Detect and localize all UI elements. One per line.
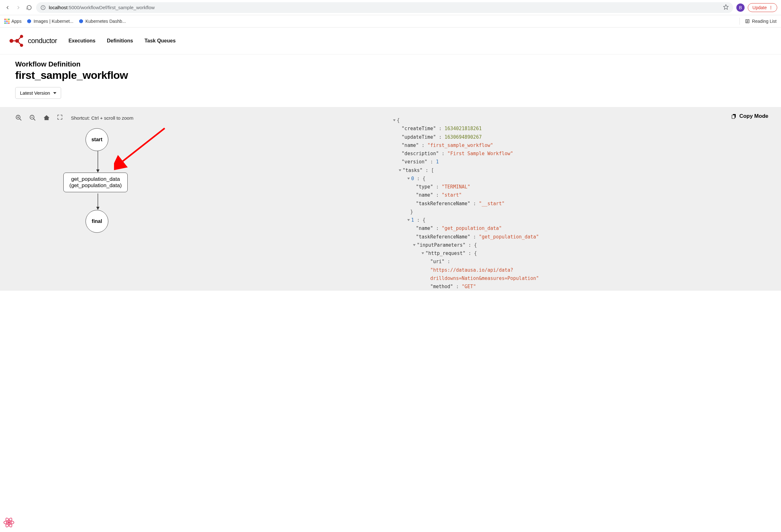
svg-line-25 <box>34 119 36 121</box>
json-value: start <box>445 192 459 198</box>
bookmark-images-kubernetes[interactable]: Images | Kubernet... <box>27 19 74 24</box>
json-value: GET <box>465 284 473 289</box>
back-button[interactable] <box>4 4 11 11</box>
copy-mode-label: Copy Mode <box>739 113 768 119</box>
update-button-label: Update <box>752 5 767 10</box>
svg-marker-7 <box>27 19 31 23</box>
page-header: Workflow Definition first_sample_workflo… <box>0 54 781 107</box>
json-value: 1 <box>436 159 439 165</box>
page-title: first_sample_workflow <box>15 69 766 81</box>
task-node[interactable]: get_population_data (get_population_data… <box>63 173 128 192</box>
shortcut-hint: Shortcut: Ctrl + scroll to zoom <box>71 115 133 121</box>
start-node-label: start <box>91 137 102 142</box>
final-node-label: final <box>92 218 102 224</box>
annotation-arrow <box>114 125 168 173</box>
json-value: get_population_data <box>445 226 499 231</box>
json-value: 1630694890267 <box>445 134 482 140</box>
svg-line-27 <box>120 128 165 163</box>
version-dropdown-label: Latest Version <box>20 90 50 96</box>
json-value: get_population_data <box>482 234 536 240</box>
json-tree[interactable]: { "createTime" : 1634021818261 "updateTi… <box>390 116 781 291</box>
apps-grid-icon <box>4 19 9 24</box>
forward-button[interactable] <box>14 4 22 11</box>
zoom-out-icon[interactable] <box>29 114 36 121</box>
bookmark-label: Images | Kubernet... <box>34 19 74 24</box>
svg-point-4 <box>771 6 771 6</box>
json-value: TERMINAL <box>445 184 467 190</box>
svg-rect-31 <box>732 115 735 118</box>
app-nav: conductor Executions Definitions Task Qu… <box>0 28 781 54</box>
svg-line-19 <box>17 41 22 45</box>
url-path: :5000/workflowDef/first_sample_workflow <box>68 5 155 10</box>
svg-marker-8 <box>79 19 83 23</box>
url-host: localhost <box>49 5 68 10</box>
kubernetes-icon <box>27 19 32 24</box>
task-node-sublabel: (get_population_data) <box>69 182 122 189</box>
json-value: 1634021818261 <box>445 126 482 131</box>
profile-avatar[interactable]: B <box>736 3 745 12</box>
copy-icon <box>731 113 737 119</box>
bookmark-apps[interactable]: Apps <box>4 19 22 24</box>
bookmark-star-icon[interactable] <box>723 4 729 11</box>
info-icon <box>41 5 46 10</box>
nav-definitions[interactable]: Definitions <box>107 38 133 44</box>
svg-point-2 <box>43 6 43 7</box>
bookmarks-bar: Apps Images | Kubernet... Kubernetes Das… <box>0 15 781 28</box>
svg-point-6 <box>771 8 771 9</box>
page-subtitle: Workflow Definition <box>15 60 766 69</box>
main-content: Shortcut: Ctrl + scroll to zoom start ge… <box>0 107 781 291</box>
json-value: first_sample_workflow <box>430 142 490 148</box>
home-icon[interactable] <box>43 114 50 121</box>
json-pane: Copy Mode { "createTime" : 1634021818261… <box>390 107 781 291</box>
diagram-pane: Shortcut: Ctrl + scroll to zoom start ge… <box>0 107 390 291</box>
zoom-in-icon[interactable] <box>15 114 22 121</box>
update-button[interactable]: Update <box>748 3 777 12</box>
final-node[interactable]: final <box>85 210 108 233</box>
json-value: First Sample Workflow <box>450 151 510 156</box>
nav-executions[interactable]: Executions <box>69 38 95 44</box>
fullscreen-icon[interactable] <box>57 114 64 121</box>
conductor-logo-icon <box>9 33 25 48</box>
bookmark-label: Apps <box>11 19 22 24</box>
workflow-diagram[interactable]: start get_population_data (get_populatio… <box>0 128 390 261</box>
nav-task-queues[interactable]: Task Queues <box>145 38 175 44</box>
svg-line-21 <box>19 119 22 121</box>
browser-toolbar: localhost:5000/workflowDef/first_sample_… <box>0 0 781 15</box>
edge <box>96 194 99 210</box>
svg-line-18 <box>17 36 22 41</box>
conductor-logo[interactable]: conductor <box>9 33 57 48</box>
json-value: __start <box>482 201 502 206</box>
task-node-label: get_population_data <box>69 176 122 182</box>
url-bar[interactable]: localhost:5000/workflowDef/first_sample_… <box>36 2 733 13</box>
edge <box>96 151 99 173</box>
copy-mode-toggle[interactable]: Copy Mode <box>731 113 768 119</box>
chevron-down-icon <box>53 92 56 94</box>
brand-text: conductor <box>28 37 57 45</box>
kebab-icon <box>769 5 773 10</box>
reading-list[interactable]: Reading List <box>745 19 777 24</box>
start-node[interactable]: start <box>85 128 108 151</box>
diagram-toolbar: Shortcut: Ctrl + scroll to zoom <box>0 107 390 128</box>
kubernetes-icon <box>79 19 84 24</box>
reading-list-icon <box>745 19 750 24</box>
svg-marker-3 <box>723 5 728 9</box>
bookmark-label: Kubernetes Dashb... <box>85 19 126 24</box>
version-dropdown[interactable]: Latest Version <box>15 87 61 99</box>
reading-list-label: Reading List <box>752 19 777 24</box>
reload-button[interactable] <box>25 4 33 11</box>
svg-point-5 <box>771 7 771 8</box>
bookmark-kubernetes-dashboard[interactable]: Kubernetes Dashb... <box>79 19 126 24</box>
